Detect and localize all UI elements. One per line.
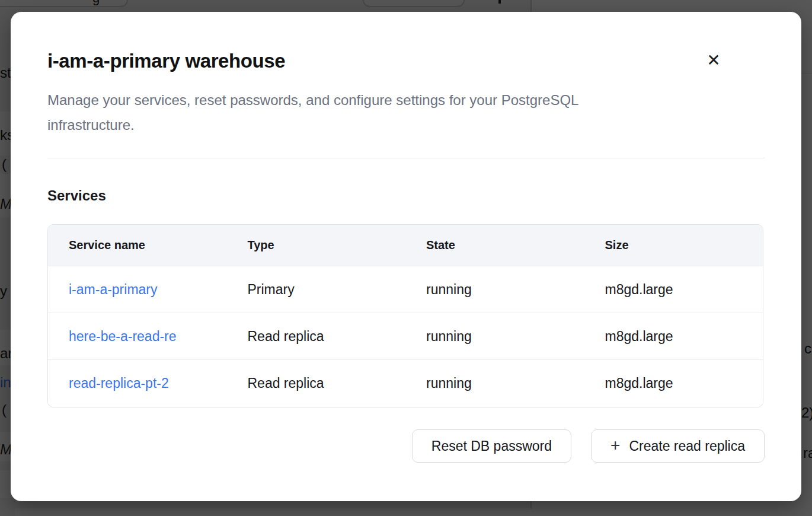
modal-description-line: Manage your services, reset passwords, a… <box>47 88 765 113</box>
modal-description: Manage your services, reset passwords, a… <box>47 88 765 138</box>
column-header-size: Size <box>584 238 763 252</box>
plus-icon: + <box>610 437 620 454</box>
service-state-cell: running <box>405 375 584 391</box>
modal-header: i-am-a-primary warehouse ✕ <box>47 50 765 72</box>
modal-description-line: infrastructure. <box>47 113 765 138</box>
column-header-type: Type <box>227 238 406 252</box>
close-icon[interactable]: ✕ <box>702 49 725 72</box>
warehouse-modal: i-am-a-primary warehouse ✕ Manage your s… <box>11 12 801 501</box>
table-header-row: Service name Type State Size <box>48 225 763 266</box>
services-heading: Services <box>47 187 765 204</box>
service-size-cell: m8gd.large <box>584 375 763 391</box>
section-divider <box>47 158 765 158</box>
column-header-service-name: Service name <box>48 238 227 252</box>
table-row: read-replica-pt-2 Read replica running m… <box>48 360 763 407</box>
service-type-cell: Read replica <box>227 375 406 391</box>
service-name-link[interactable]: here-be-a-read-re <box>69 329 177 344</box>
service-state-cell: running <box>405 282 584 298</box>
service-type-cell: Primary <box>227 282 406 298</box>
modal-actions: Reset DB password + Create read replica <box>47 429 765 463</box>
service-size-cell: m8gd.large <box>584 329 763 345</box>
reset-db-password-button[interactable]: Reset DB password <box>412 429 571 463</box>
service-name-link[interactable]: read-replica-pt-2 <box>69 375 169 391</box>
modal-title: i-am-a-primary warehouse <box>47 50 765 72</box>
create-read-replica-label: Create read replica <box>629 438 745 454</box>
table-row: here-be-a-read-re Read replica running m… <box>48 313 763 360</box>
service-size-cell: m8gd.large <box>584 282 763 298</box>
reset-db-password-label: Reset DB password <box>431 438 552 454</box>
table-row: i-am-a-primary Primary running m8gd.larg… <box>48 266 763 313</box>
service-type-cell: Read replica <box>227 329 406 345</box>
services-table: Service name Type State Size i-am-a-prim… <box>47 224 763 407</box>
service-state-cell: running <box>405 329 584 345</box>
column-header-state: State <box>405 238 584 252</box>
create-read-replica-button[interactable]: + Create read replica <box>591 429 765 463</box>
service-name-link[interactable]: i-am-a-primary <box>69 282 158 297</box>
